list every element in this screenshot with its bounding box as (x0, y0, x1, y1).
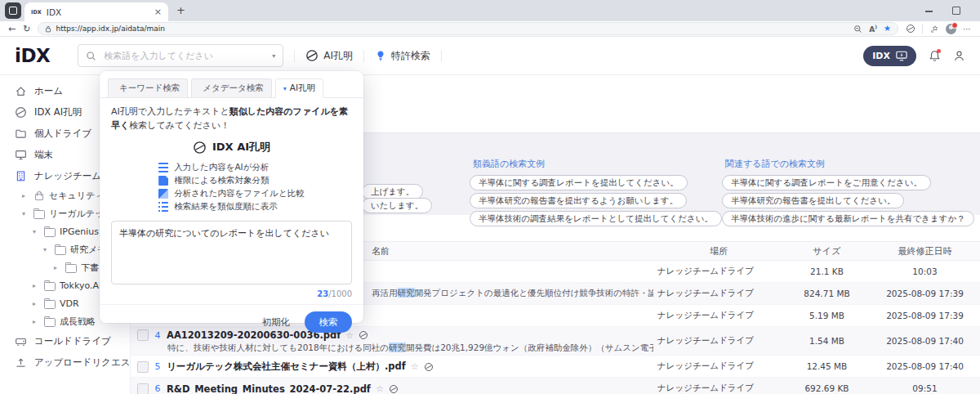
address-bar[interactable]: https://app.idx.jp/aidata/main A) ★ (38, 22, 898, 35)
modal-tab[interactable]: メタデータ検索 (191, 78, 271, 98)
file-location: ナレッジチームドライブ (653, 266, 784, 277)
ai-komei-button[interactable]: AI孔明 (305, 49, 353, 63)
example-pill[interactable]: 半導体研究の報告書を提出してください。 (722, 193, 904, 208)
tree-caret-icon[interactable]: ▸ (22, 192, 29, 199)
back-icon[interactable]: ← (8, 25, 16, 34)
file-modified: 2025-08-09 17:39 (870, 289, 980, 298)
row-checkbox[interactable] (137, 383, 149, 394)
favorite-star-icon[interactable]: ★ (884, 25, 891, 33)
tree-caret-icon[interactable]: ▸ (33, 300, 40, 307)
example-column-synonyms: 類義語の検索文例 半導体に関する調査レポートを提出してください。 半導体研究の報… (470, 158, 722, 229)
file-location: ナレッジチームドライブ (653, 360, 784, 372)
screen: IDX IDX × + ← ↻ https://app.idx.jp/aidat… (0, 0, 980, 394)
file-location: ナレッジチームドライブ (653, 310, 784, 321)
tree-item-label: 成長戦略 (60, 316, 96, 328)
ai-ask-icon[interactable] (389, 384, 399, 394)
modal-footer: 初期化 検索 (100, 304, 363, 333)
modal-feature-item: 入力した内容をAIが分析 (158, 161, 305, 174)
modal-tabs: キーワード検索 メタデータ検索 ▾ AI孔明 (100, 71, 363, 98)
modal-brand-label: IDX AI孔明 (212, 140, 270, 154)
row-number: 5 (154, 361, 162, 372)
header-divider (363, 50, 364, 62)
new-tab-button[interactable]: + (176, 4, 185, 16)
patent-search-label: 特許検索 (391, 49, 430, 63)
modal-search-button[interactable]: 検索 (305, 311, 352, 333)
example-column-title: 類義語の検索文例 (473, 158, 722, 170)
modal-tab[interactable]: ▾ AI孔明 (275, 78, 323, 98)
browser-tab[interactable]: IDX IDX × (24, 2, 168, 21)
file-name[interactable]: リーガルテック株式会社主催セミナー資料（上村）.pdf (167, 360, 406, 373)
tree-node-icon (44, 318, 56, 327)
row-checkbox[interactable] (137, 361, 149, 373)
idx-extension-icon[interactable] (906, 24, 915, 34)
tree-caret-icon[interactable]: ▾ (43, 246, 51, 253)
tree-caret-icon[interactable]: ▾ (33, 228, 40, 235)
more-menu-icon[interactable]: ⋯ (963, 25, 972, 34)
user-icon[interactable] (953, 50, 965, 62)
example-pill[interactable]: 上げます。 (362, 184, 423, 199)
file-location: ナレッジチームドライブ (653, 288, 784, 299)
modal-description: AI孔明で入力したテキストと類似した内容のファイルを素早く検索してみてください！ (111, 105, 352, 132)
close-tab-icon[interactable]: × (154, 7, 162, 17)
file-location: ナレッジチームドライブ (653, 383, 784, 394)
example-pill[interactable]: 半導体研究の報告書を提出するようお願いします。 (470, 193, 687, 208)
sidebar-item-cold-drive[interactable]: コールドドライブ (0, 330, 130, 351)
modal-tab-label: キーワード検索 (119, 83, 180, 94)
tree-item-label: VDR (60, 298, 79, 309)
example-pill[interactable]: 半導体技術の調査結果をレポートとして提出してください。 (470, 211, 722, 226)
modal-brand: IDX AI孔明 (111, 140, 352, 154)
app-header: iDX ▾ AI孔明 特許検索 IDX (0, 37, 980, 75)
sidebar-item-upload-request[interactable]: アップロードリクエスト (0, 351, 130, 373)
tree-caret-icon[interactable]: ▸ (33, 318, 40, 325)
read-aloud-icon[interactable]: A) (869, 24, 877, 34)
sidebar-item-label: コールドドライブ (34, 335, 111, 347)
example-column-related: 関連する語での検索文例 半導体に関する調査レポートをご用意ください。 半導体研究… (722, 158, 974, 229)
search-dropdown-icon[interactable]: ▾ (272, 52, 275, 60)
tree-caret-icon[interactable]: ▸ (33, 282, 40, 289)
global-search-bar[interactable]: ▾ (78, 44, 283, 67)
modal-tab-label: AI孔明 (290, 83, 315, 94)
active-tab-caret-icon: ▾ (283, 85, 287, 92)
search-input[interactable] (102, 50, 266, 62)
example-pill[interactable]: 半導体に関する調査レポートをご用意ください。 (722, 175, 931, 190)
workspace-icon[interactable] (5, 2, 21, 19)
idx-logo[interactable]: iDX (15, 45, 50, 66)
ai-search-modal: キーワード検索 メタデータ検索 ▾ AI孔明 AI孔明で入力したテキストと類似し… (100, 71, 363, 323)
header-divider (294, 50, 295, 62)
restore-window-icon[interactable] (952, 7, 960, 15)
table-row[interactable]: 6 R&D_Meeting_Minutes_2024-07-22.pdf ☆ ナ… (131, 378, 980, 394)
file-modified: 2025-08-09 17:39 (870, 311, 980, 320)
file-snippet: 特に、技術や技術人材に対しても2018年における同社の研究開発費は20兆1,92… (131, 342, 653, 355)
tree-caret-icon[interactable]: ▾ (22, 210, 29, 217)
star-icon[interactable]: ☆ (376, 383, 384, 394)
tree-caret-icon[interactable]: ▸ (54, 264, 61, 271)
refresh-icon[interactable]: ↻ (23, 25, 30, 34)
ai-ask-icon[interactable] (424, 362, 434, 372)
notification-bell-icon[interactable] (929, 50, 941, 62)
table-row[interactable]: 5 リーガルテック株式会社主催セミナー資料（上村）.pdf ☆ ナレッジチームド… (131, 356, 980, 378)
idx-badge-label: IDX (872, 51, 890, 61)
star-icon[interactable]: ☆ (411, 361, 419, 372)
ai-query-textarea[interactable]: 半導体の研究についてのレポートを出してください (111, 221, 352, 284)
patent-search-button[interactable]: 特許検索 (375, 49, 430, 63)
example-pill[interactable]: 半導体に関する調査レポートを提出してください。 (470, 175, 688, 190)
modal-tab-label: メタデータ検索 (203, 83, 263, 94)
modal-tab[interactable]: キーワード検索 (108, 78, 188, 98)
modal-feature-item: 検索結果を類似度順に表示 (158, 200, 305, 213)
example-pill[interactable]: いたします。 (362, 198, 432, 213)
sidebar-item-label: 端末 (34, 149, 53, 161)
collections-icon[interactable] (929, 25, 939, 34)
file-size: 824.71 MB (784, 289, 870, 298)
zoom-out-icon[interactable] (853, 25, 862, 34)
ai-komei-icon (193, 141, 207, 154)
modal-feature-list: 入力した内容をAIが分析 権限による検索対象分類 分析された内容をファイルと比較 (158, 161, 305, 213)
idx-device-badge[interactable]: IDX (863, 46, 916, 66)
ai-komei-label: AI孔明 (323, 49, 353, 63)
profile-avatar[interactable] (946, 24, 956, 34)
example-pill[interactable]: 半導体技術の進歩に関する最新レポートを共有できますか？ (722, 211, 974, 226)
reset-button[interactable]: 初期化 (262, 316, 291, 329)
file-name[interactable]: R&D_Meeting_Minutes_2024-07-22.pdf (167, 383, 371, 394)
sidebar-item-label: IDX AI孔明 (34, 106, 82, 119)
feature-icon (158, 189, 168, 199)
minimize-window-icon[interactable] (925, 11, 933, 12)
